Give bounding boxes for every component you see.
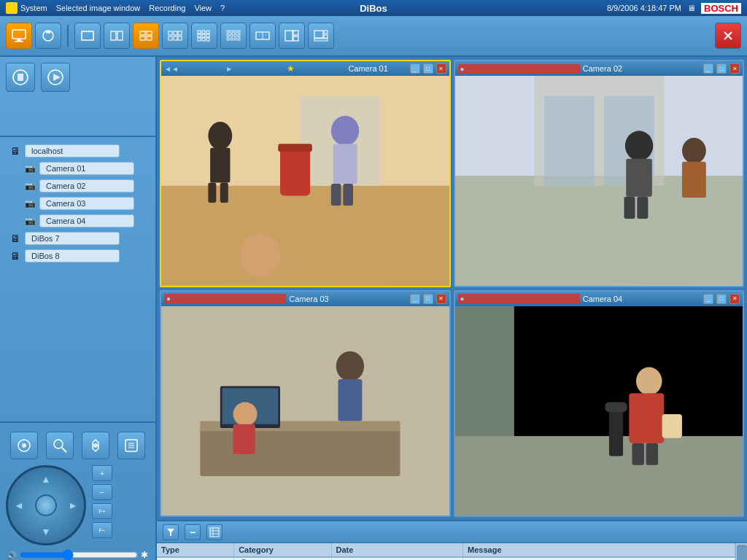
tree-item-camera01[interactable]: 📷 Camera 01 xyxy=(6,160,150,176)
camera-01-minimize[interactable]: _ xyxy=(410,63,420,74)
tree-item-dibos8[interactable]: 🖥 DiBos 8 xyxy=(6,248,150,264)
svg-rect-5 xyxy=(117,31,123,40)
svg-point-74 xyxy=(240,233,280,277)
left-panel: 🖥 localhost 📷 Camera 01 📷 Camera 02 📷 Ca… xyxy=(0,57,157,560)
toolbar-btn-refresh[interactable] xyxy=(35,23,61,49)
svg-rect-3 xyxy=(82,31,93,40)
tree-label-camera01[interactable]: Camera 01 xyxy=(39,162,134,175)
tree-item-camera03[interactable]: 📷 Camera 03 xyxy=(6,195,150,211)
server-icon-dibos7: 🖥 xyxy=(9,232,22,245)
right-panel: ◄◄ ► ★ Camera 01 _ □ ✕ xyxy=(157,57,747,560)
toolbar-btn-layout-custom2[interactable] xyxy=(308,23,334,49)
toolbar-btn-layout-custom1[interactable] xyxy=(279,23,305,49)
btn-zoom[interactable] xyxy=(46,432,74,459)
focus-near-btn[interactable]: F+ xyxy=(92,503,112,519)
speed-slider[interactable] xyxy=(19,550,138,560)
log-cell-date: 8/9/2006 4:10:45 PM xyxy=(331,557,463,560)
camera-titlebar-04: ● Camera 04 _ □ ✕ xyxy=(455,292,743,306)
camera-02-close[interactable]: ✕ xyxy=(729,63,740,74)
camera-icon-03: 📷 xyxy=(23,197,36,210)
camera-04-close[interactable]: ✕ xyxy=(729,294,740,304)
joystick-area: ▲ ▼ ◄ ► + − F+ F− xyxy=(6,465,150,545)
camera-04-feed[interactable] xyxy=(455,306,743,516)
slider-area: 🔊 ✱ xyxy=(6,548,150,560)
menu-selected-image-window[interactable]: Selected image window xyxy=(56,4,141,12)
log-scrollbar[interactable] xyxy=(735,543,747,560)
tree-label-camera02[interactable]: Camera 02 xyxy=(39,179,134,192)
svg-rect-86 xyxy=(161,306,449,516)
svg-rect-98 xyxy=(608,406,622,456)
camera-03-maximize[interactable]: □ xyxy=(423,294,433,304)
svg-rect-42 xyxy=(314,31,323,38)
svg-point-93 xyxy=(336,351,364,381)
svg-rect-26 xyxy=(231,31,233,33)
title-bar: System Selected image window Recording V… xyxy=(0,0,747,16)
svg-rect-78 xyxy=(543,96,593,185)
svg-rect-102 xyxy=(632,443,643,464)
camera-04-minimize[interactable]: _ xyxy=(703,294,713,304)
toolbar-btn-layout-4x3[interactable] xyxy=(220,23,247,49)
toolbar-right xyxy=(715,23,741,49)
tree-label-dibos7[interactable]: DiBos 7 xyxy=(25,232,120,245)
toolbar-btn-monitor[interactable] xyxy=(6,23,32,49)
toolbar-btn-close[interactable] xyxy=(715,23,741,49)
focus-far-btn[interactable]: F− xyxy=(92,522,112,538)
toolbar-btn-layout-3x2[interactable] xyxy=(162,23,188,49)
camera-03-close[interactable]: ✕ xyxy=(436,294,446,304)
log-minus-btn[interactable]: − xyxy=(185,524,201,540)
camera-04-maximize[interactable]: □ xyxy=(716,294,727,304)
menu-system[interactable]: System xyxy=(20,4,47,12)
camera-01-feed[interactable] xyxy=(161,76,449,286)
tree-item-camera02[interactable]: 📷 Camera 02 xyxy=(6,178,150,194)
server-icon-localhost: 🖥 xyxy=(9,144,22,158)
tree-item-localhost[interactable]: 🖥 localhost xyxy=(6,143,150,159)
btn-iris[interactable] xyxy=(82,432,109,459)
left-btn-playback[interactable] xyxy=(41,63,70,92)
toolbar-btn-layout-3x3[interactable] xyxy=(191,23,217,49)
camera-window-04: ● Camera 04 _ □ ✕ xyxy=(454,290,745,518)
toolbar-btn-layout-wide[interactable] xyxy=(249,23,276,49)
btn-presets[interactable] xyxy=(117,432,145,459)
log-toolbar: − xyxy=(157,521,747,543)
tree-label-camera04[interactable]: Camera 04 xyxy=(39,214,134,228)
camera-01-maximize[interactable]: □ xyxy=(423,63,433,74)
zoom-in-btn[interactable]: + xyxy=(92,465,112,481)
camera-03-feed[interactable] xyxy=(161,306,449,516)
tree-item-dibos7[interactable]: 🖥 DiBos 7 xyxy=(6,230,150,246)
joystick-center[interactable] xyxy=(35,494,57,516)
btn-ptz-settings[interactable] xyxy=(10,432,38,459)
monitor-icon: 🖥 xyxy=(687,4,695,12)
svg-rect-106 xyxy=(210,528,219,537)
svg-rect-92 xyxy=(233,424,255,454)
toolbar-btn-layout-1[interactable] xyxy=(74,23,101,49)
camera-03-minimize[interactable]: _ xyxy=(410,294,420,304)
log-panel: − Type Catego xyxy=(157,520,747,560)
left-btn-live[interactable] xyxy=(6,63,35,92)
camera-02-feed[interactable] xyxy=(455,76,743,286)
log-filter-btn[interactable] xyxy=(163,524,179,540)
tree-item-camera04[interactable]: 📷 Camera 04 xyxy=(6,213,150,229)
log-row[interactable]: Video inputiInformation8/9/2006 4:10:45 … xyxy=(157,557,735,560)
title-bar-left: System Selected image window Recording V… xyxy=(6,2,225,14)
tree-label-camera03[interactable]: Camera 03 xyxy=(39,197,134,210)
joystick[interactable]: ▲ ▼ ◄ ► xyxy=(6,465,86,545)
tree-label-dibos8[interactable]: DiBos 8 xyxy=(25,249,120,262)
menu-help[interactable]: ? xyxy=(220,4,225,12)
tree-label-localhost[interactable]: localhost xyxy=(25,144,120,158)
log-cell-message: Camera 'Camera 01': Video signal OK xyxy=(463,557,735,560)
title-bar-menus: System Selected image window Recording V… xyxy=(20,4,225,12)
camera-02-maximize[interactable]: □ xyxy=(716,63,727,74)
menu-view[interactable]: View xyxy=(194,4,212,12)
log-table-btn[interactable] xyxy=(206,524,222,540)
zoom-out-btn[interactable]: − xyxy=(92,484,112,500)
svg-rect-16 xyxy=(198,31,201,34)
toolbar-btn-layout-2x2[interactable] xyxy=(133,23,159,49)
menu-recording[interactable]: Recording xyxy=(149,4,185,12)
svg-rect-20 xyxy=(202,34,205,37)
camera-02-minimize[interactable]: _ xyxy=(703,63,713,74)
svg-rect-81 xyxy=(626,159,652,197)
svg-rect-24 xyxy=(206,38,209,41)
camera-01-close[interactable]: ✕ xyxy=(436,63,446,74)
camera-03-title: Camera 03 xyxy=(289,295,406,303)
toolbar-btn-layout-2x1[interactable] xyxy=(104,23,130,49)
